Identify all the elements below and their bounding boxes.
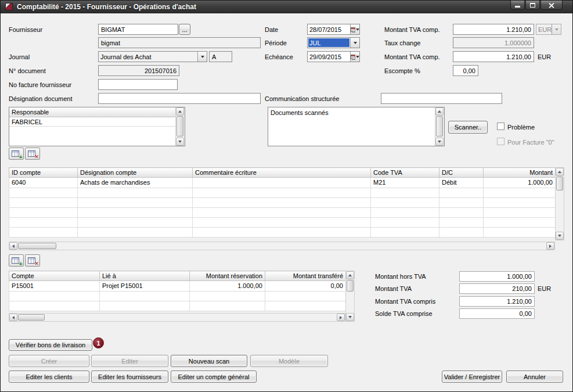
scroll-left-icon[interactable] xyxy=(10,244,15,248)
scroll-thumb[interactable] xyxy=(556,177,563,190)
echeance-input[interactable]: 29/09/2015 xyxy=(307,51,360,62)
column-header[interactable]: Code TVA xyxy=(371,168,439,178)
no-facture-label: No facture fournisseur xyxy=(9,81,71,89)
fournisseur-browse-button[interactable]: ... xyxy=(179,24,190,35)
montant-tva-comp-1-label: Montant TVA comp. xyxy=(384,26,440,34)
responsable-list[interactable]: Responsable FABRICEL xyxy=(9,107,185,146)
documents-scannes-list[interactable]: Documents scannés xyxy=(268,107,445,146)
table-row[interactable] xyxy=(9,198,556,208)
ecritures-table[interactable]: ID compteDésignation compteCommentaire é… xyxy=(9,167,556,238)
list-item[interactable]: FABRICEL xyxy=(9,117,176,127)
editer-compte-general-button[interactable]: Editer un compte général xyxy=(171,371,257,383)
scroll-thumb[interactable] xyxy=(18,314,45,321)
add-link-row-button[interactable] xyxy=(9,254,24,267)
chevron-down-icon[interactable] xyxy=(350,38,359,48)
probleme-checkbox[interactable] xyxy=(497,123,504,130)
column-header[interactable]: Montant réservation xyxy=(190,271,265,281)
scroll-thumb[interactable] xyxy=(436,116,443,136)
column-header[interactable]: Compte xyxy=(9,271,100,281)
valider-enregistrer-button[interactable]: Valider / Enregistrer xyxy=(442,371,502,383)
table-cell xyxy=(265,301,346,311)
window: Comptabilité - 2015 - Fournisseur - Opér… xyxy=(0,0,573,392)
currency-select[interactable]: EUR xyxy=(536,24,561,35)
table-cell: Achats de marchandises xyxy=(78,178,193,188)
montant-tva-comp-1-input[interactable]: 1.210,00 xyxy=(453,24,534,35)
fournisseur-input[interactable]: BIGMAT xyxy=(98,24,178,35)
table-cell xyxy=(439,218,484,228)
journal-label: Journal xyxy=(9,53,30,61)
montant-tva-comp-2-input[interactable]: 1.210,00 xyxy=(453,51,534,62)
table-cell xyxy=(100,292,190,301)
verifier-bons-button[interactable]: Vérifier bons de livraison xyxy=(9,339,92,351)
table-row[interactable] xyxy=(9,218,556,228)
responsable-header[interactable]: Responsable xyxy=(9,107,176,117)
scroll-thumb[interactable] xyxy=(18,243,56,249)
scroll-thumb[interactable] xyxy=(347,280,354,292)
communication-input[interactable] xyxy=(381,93,502,104)
date-input[interactable]: 28/07/2015 xyxy=(307,24,360,35)
liaisons-table[interactable]: CompteLié àMontant réservationMontant tr… xyxy=(9,271,346,311)
liaisons-hscrollbar[interactable] xyxy=(9,313,345,322)
chevron-down-icon[interactable] xyxy=(197,52,207,62)
scroll-right-icon[interactable] xyxy=(340,316,344,319)
table-row[interactable] xyxy=(9,208,556,218)
table-row[interactable] xyxy=(9,292,346,301)
scroll-up-icon[interactable] xyxy=(558,169,561,173)
table-row[interactable] xyxy=(9,188,556,198)
editer-fournisseurs-button[interactable]: Editer les fournisseurs xyxy=(91,371,168,383)
table-row[interactable] xyxy=(9,228,556,238)
journal-select[interactable]: Journal des Achat xyxy=(98,51,207,62)
table-cell: P15001 xyxy=(9,281,100,292)
table-row[interactable]: 6040Achats de marchandisesM21Débit1.000,… xyxy=(9,178,556,188)
nouveau-scan-button[interactable]: Nouveau scan xyxy=(171,355,247,367)
window-title: Comptabilité - 2015 - Fournisseur - Opér… xyxy=(17,3,196,11)
annuler-button[interactable]: Annuler xyxy=(506,371,563,383)
solde-tva-label: Solde TVA comprise xyxy=(375,310,433,318)
column-header[interactable]: Montant xyxy=(484,168,556,178)
scroll-down-icon[interactable] xyxy=(558,235,561,239)
column-header[interactable]: ID compte xyxy=(9,168,78,178)
scroll-down-icon[interactable] xyxy=(348,316,352,320)
minimize-button[interactable] xyxy=(510,1,525,10)
scroll-down-icon[interactable] xyxy=(178,141,182,145)
add-row-button[interactable] xyxy=(9,148,24,160)
probleme-label[interactable]: Problème xyxy=(507,124,535,131)
table-row[interactable] xyxy=(9,301,346,311)
scanner-button[interactable]: Scanner.. xyxy=(448,121,488,134)
scroll-up-icon[interactable] xyxy=(178,109,182,113)
date-picker-button[interactable] xyxy=(350,24,359,34)
chevron-down-icon xyxy=(356,28,359,33)
periode-select[interactable]: JUL xyxy=(307,37,360,48)
table-cell xyxy=(9,218,78,228)
scroll-up-icon[interactable] xyxy=(348,272,352,276)
scroll-up-icon[interactable] xyxy=(438,109,441,113)
column-header[interactable]: Désignation compte xyxy=(78,168,193,178)
delete-link-row-button[interactable] xyxy=(25,254,40,267)
montant-hors-tva-value: 1.000,00 xyxy=(459,271,535,282)
column-header[interactable]: Lié à xyxy=(100,271,190,281)
taux-change-readonly: 1,000000 xyxy=(453,37,534,48)
close-button[interactable] xyxy=(540,1,563,10)
ecritures-hscrollbar[interactable] xyxy=(9,242,555,250)
scroll-thumb[interactable] xyxy=(176,116,183,136)
editer-clients-button[interactable]: Editer les clients xyxy=(9,371,89,383)
liaisons-vscrollbar[interactable] xyxy=(345,271,355,322)
delete-row-button[interactable] xyxy=(25,148,40,160)
column-header[interactable]: D/C xyxy=(439,168,484,178)
column-header[interactable]: Commentaire écriture xyxy=(193,168,371,178)
column-header[interactable]: Montant transféré xyxy=(265,271,346,281)
documents-scrollbar[interactable] xyxy=(435,107,444,146)
designation-input[interactable] xyxy=(98,93,261,104)
date-picker-button[interactable] xyxy=(350,52,359,62)
escompte-input[interactable]: 0,00 xyxy=(453,65,478,76)
maximize-button[interactable] xyxy=(525,1,540,10)
ecritures-vscrollbar[interactable] xyxy=(555,167,564,240)
table-cell xyxy=(190,292,265,301)
scroll-right-icon[interactable] xyxy=(549,244,553,248)
communication-label: Communication structurée xyxy=(265,95,339,103)
scroll-left-icon[interactable] xyxy=(10,316,15,319)
no-facture-input[interactable] xyxy=(98,79,178,90)
scroll-down-icon[interactable] xyxy=(438,141,441,145)
responsable-scrollbar[interactable] xyxy=(175,107,185,146)
table-row[interactable]: P15001Projet P150011.000,000,00 xyxy=(9,281,346,292)
